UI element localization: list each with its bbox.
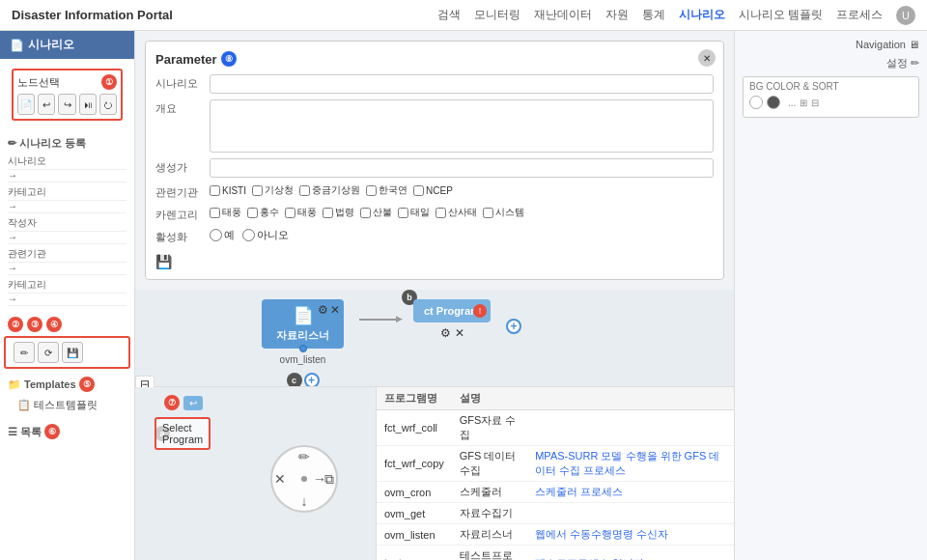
color-white[interactable] <box>749 96 763 109</box>
node-doc-btn[interactable]: 📄 <box>17 94 35 115</box>
sidebar-action-bar: ✏ ⟳ 💾 <box>4 336 130 369</box>
color-more-btn[interactable]: ... <box>788 98 796 108</box>
badge-4: ④ <box>46 317 62 332</box>
node-2-actions: ⚙ ✕ <box>440 326 464 340</box>
save-icon[interactable]: 💾 <box>155 254 172 269</box>
checkbox-law[interactable]: 법령 <box>323 206 354 219</box>
select-program-box[interactable]: Select Program <box>154 417 211 450</box>
program-link-cell[interactable]: 테스트프로세스 입니다. <box>527 546 734 561</box>
badge-8: ⑧ <box>221 51 237 67</box>
nav-scenario-templates[interactable]: 시나리오 템플릿 <box>739 7 823 23</box>
node-toolbar: 노드선택 ① 📄 ↩ ↪ ⏯ ⭮ <box>12 69 123 121</box>
template-item-test[interactable]: 📋 테스트템플릿 <box>8 396 126 414</box>
nav-resources[interactable]: 자원 <box>605 7 629 23</box>
form-row-related-org: 관련기관 KISTI 기상청 중금기상원 한국연 NCEP <box>155 183 714 200</box>
node-select-label: 노드선택 <box>17 75 60 90</box>
checkbox-haneum[interactable]: 한국연 <box>366 183 407 197</box>
form-row-scenario: 시나리오 <box>155 74 714 94</box>
program-name-cell[interactable]: fct_wrf_coll <box>377 410 452 446</box>
table-row: fct_wrf_copyGFS 데이터 수집MPAS-SURR 모델 수행을 위… <box>377 446 734 482</box>
action-refresh-btn[interactable]: ⟳ <box>38 342 59 363</box>
scenario-field-category: 카테고리 → <box>8 185 126 213</box>
program-name-cell[interactable]: ovm_listen <box>377 524 452 546</box>
nav-search[interactable]: 검색 <box>437 7 461 23</box>
form-label-summary: 개요 <box>155 99 204 116</box>
circle-down-icon[interactable]: ↓ <box>301 493 308 509</box>
parameter-modal-title: Parameter ⑧ <box>155 51 714 67</box>
node-cycle-btn[interactable]: ⭮ <box>99 94 117 115</box>
checkbox-typhoon2[interactable]: 태풍 <box>285 206 317 219</box>
action-edit-btn[interactable]: ✏ <box>14 342 35 363</box>
gear-icon[interactable]: ⚙ <box>318 303 328 317</box>
node-redo-btn[interactable]: ↪ <box>58 94 75 115</box>
nav-process[interactable]: 프로세스 <box>836 7 883 23</box>
checkbox-landslide[interactable]: 산사태 <box>435 206 477 219</box>
scenario-register-title: ✏ 시나리오 등록 <box>8 136 126 151</box>
summary-textarea[interactable] <box>210 99 714 153</box>
program-name-cell[interactable]: ovm_get <box>377 503 452 524</box>
circle-menu[interactable]: ✏ ⧉ ↓ ✕ → <box>270 445 338 513</box>
circle-pencil-icon[interactable]: ✏ <box>298 449 310 464</box>
node-play-btn[interactable]: ⏯ <box>79 94 97 115</box>
action-bar-row: ② ③ ④ <box>0 315 134 334</box>
form-row-summary: 개요 <box>155 99 714 153</box>
node-2-gear-icon[interactable]: ⚙ <box>440 326 451 340</box>
table-header-row: 프로그램명 설명 <box>377 387 734 410</box>
scenario-register-section: ✏ 시나리오 등록 시나리오 → 카테고리 → 작성자 → 관련기관 → 카테고… <box>0 130 134 315</box>
sidebar-header: 📄 시나리오 <box>0 31 134 59</box>
modal-close-btn[interactable]: ✕ <box>698 49 716 67</box>
circle-close-icon[interactable]: ✕ <box>274 471 286 487</box>
monitor-icon: 🖥 <box>909 39 919 50</box>
radio-yes[interactable]: 예 <box>210 228 235 242</box>
canvas-plus-right: + <box>506 319 521 334</box>
program-name-cell[interactable]: test <box>377 546 452 561</box>
node-2-close-icon[interactable]: ✕ <box>455 326 464 340</box>
checkbox-weather[interactable]: 기상청 <box>252 183 294 197</box>
table-row: ovm_cron스케줄러스케줄러 프로세스 <box>377 482 734 503</box>
node-undo-btn[interactable]: ↩ <box>38 94 55 115</box>
radio-no[interactable]: 아니오 <box>242 228 289 242</box>
nav-stats[interactable]: 통계 <box>642 7 665 23</box>
program-link-cell[interactable]: MPAS-SURR 모델 수행을 위한 GFS 데이터 수집 프로세스 <box>527 446 734 482</box>
program-name-cell[interactable]: fct_wrf_copy <box>377 446 452 482</box>
center-area: Parameter ⑧ ✕ 시나리오 개요 생성가 관련기관 KISTI 기상 <box>135 31 734 560</box>
settings-label[interactable]: 설정 ✏ <box>886 57 919 69</box>
producer-input[interactable] <box>210 158 714 178</box>
grid-icon[interactable]: ⊞ <box>800 98 807 108</box>
nav-disaster-data[interactable]: 재난데이터 <box>534 7 592 23</box>
color-dark[interactable] <box>767 96 780 109</box>
scenario-field-org: 관련기관 → <box>8 247 126 275</box>
select-program-row: a Select Program <box>154 426 170 441</box>
navigation-btn[interactable]: Navigation 🖥 <box>856 39 919 50</box>
checkbox-kisti[interactable]: KISTI <box>210 185 246 196</box>
form-row-producer: 생성가 <box>155 158 714 178</box>
badge-3: ③ <box>27 317 42 332</box>
node-select-badge: ① <box>101 74 117 90</box>
program-link-cell[interactable]: 스케줄러 프로세스 <box>527 482 734 503</box>
checkbox-flood[interactable]: 홍수 <box>247 206 279 219</box>
program-desc-cell: 스케줄러 <box>452 482 527 503</box>
top-navigation: Disaster Information Portal 검색 모니터링 재난데이… <box>0 0 927 31</box>
circle-right-icon[interactable]: → <box>313 471 326 487</box>
user-avatar[interactable]: U <box>896 6 915 25</box>
close-icon[interactable]: ✕ <box>330 303 340 317</box>
checkbox-system[interactable]: 시스템 <box>483 206 524 219</box>
scenario-input[interactable] <box>210 74 714 94</box>
checkbox-fire[interactable]: 산불 <box>360 206 392 219</box>
checkbox-neutral[interactable]: 중금기상원 <box>299 183 360 197</box>
badge-5: ⑤ <box>79 377 95 392</box>
checkbox-ncep[interactable]: NCEP <box>413 185 453 196</box>
nav-scenario[interactable]: 시나리오 <box>679 7 725 23</box>
node-2-box[interactable]: ct Program ! <box>413 299 491 322</box>
node-container-1: 📄 자료리스너 ovm_listen ⚙ ✕ c + <box>262 299 344 388</box>
nav-monitoring[interactable]: 모니터링 <box>474 7 520 23</box>
checkbox-daily[interactable]: 태일 <box>398 206 430 219</box>
canvas-right-plus-btn[interactable]: + <box>506 319 521 334</box>
table-row: ovm_listen자료리스너웹에서 수동수행명령 수신자 <box>377 524 734 546</box>
settings-more-icon[interactable]: ⊟ <box>811 98 819 108</box>
program-link-cell[interactable]: 웹에서 수동수행명령 수신자 <box>527 524 734 546</box>
checkbox-typhoon[interactable]: 태풍 <box>210 206 241 219</box>
program-name-cell[interactable]: ovm_cron <box>377 482 452 503</box>
action-save-btn[interactable]: 💾 <box>62 342 83 363</box>
list-section: ☰ 목록 ⑥ <box>0 420 134 443</box>
